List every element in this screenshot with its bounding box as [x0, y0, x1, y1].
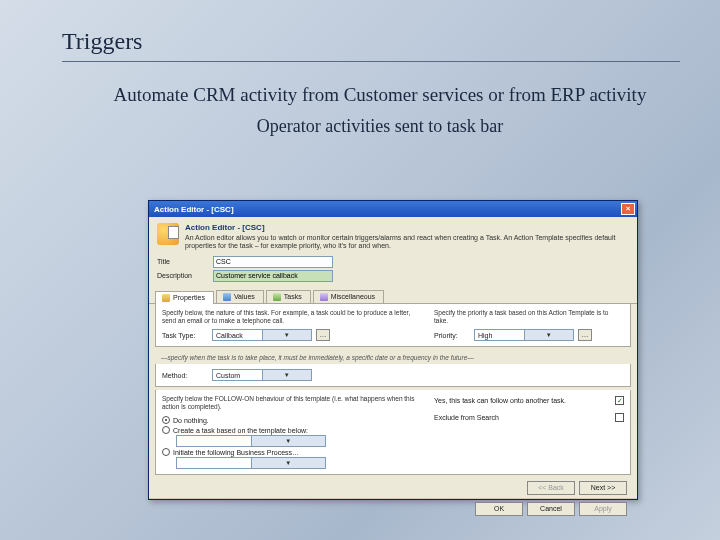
- values-icon: [223, 293, 231, 301]
- task-type-browse-button[interactable]: …: [316, 329, 330, 341]
- allow-followon-checkbox[interactable]: ✓: [615, 396, 624, 405]
- ok-button[interactable]: OK: [475, 502, 523, 516]
- priority-label: Priority:: [434, 332, 470, 339]
- task-type-help: Specify below, the nature of this task. …: [162, 309, 426, 325]
- method-value: Custom: [213, 372, 262, 379]
- method-combo[interactable]: Custom ▼: [212, 369, 312, 381]
- followon-panel: Specify below the FOLLOW-ON behaviour of…: [155, 390, 631, 475]
- back-button[interactable]: << Back: [527, 481, 575, 495]
- chevron-down-icon: ▼: [251, 458, 326, 468]
- priority-value: High: [475, 332, 524, 339]
- title-label: Title: [157, 258, 209, 265]
- close-button[interactable]: ×: [621, 203, 635, 215]
- radio-icon: [162, 448, 170, 456]
- action-editor-dialog: Action Editor - [CSC] × Action Editor - …: [148, 200, 638, 500]
- tasks-icon: [273, 293, 281, 301]
- dialog-header: Action Editor - [CSC] An Action editor a…: [149, 217, 637, 255]
- description-label: Description: [157, 272, 209, 279]
- tab-properties-label: Properties: [173, 294, 205, 301]
- action-editor-icon: [157, 223, 179, 245]
- title-divider: [62, 61, 680, 62]
- radio-do-nothing[interactable]: Do nothing.: [162, 415, 426, 425]
- radio-create-task-label: Create a task based on the template belo…: [173, 427, 308, 434]
- method-label: Method:: [162, 372, 208, 379]
- tab-miscellaneous[interactable]: Miscellaneous: [313, 290, 384, 303]
- tab-tasks-label: Tasks: [284, 293, 302, 300]
- priority-browse-button[interactable]: …: [578, 329, 592, 341]
- exclude-search-label: Exclude from Search: [434, 414, 612, 421]
- task-type-combo[interactable]: Callback ▼: [212, 329, 312, 341]
- tab-values-label: Values: [234, 293, 255, 300]
- window-title: Action Editor - [CSC]: [154, 205, 234, 214]
- header-description: An Action editor allows you to watch or …: [185, 234, 629, 251]
- tab-properties[interactable]: Properties: [155, 291, 214, 304]
- priority-combo[interactable]: High ▼: [474, 329, 574, 341]
- chevron-down-icon: ▼: [251, 436, 326, 446]
- next-button[interactable]: Next >>: [579, 481, 627, 495]
- properties-panel-top: Specify below, the nature of this task. …: [155, 304, 631, 347]
- when-section-text: —specify when the task is to take place,…: [149, 350, 637, 364]
- slide-subtitle-1: Automate CRM activity from Customer serv…: [0, 80, 720, 116]
- followon-template-combo[interactable]: ▼: [176, 435, 326, 447]
- title-input[interactable]: [213, 256, 333, 268]
- radio-initiate-process-label: Initiate the following Business Process…: [173, 449, 299, 456]
- properties-icon: [162, 294, 170, 302]
- chevron-down-icon: ▼: [262, 370, 312, 380]
- misc-icon: [320, 293, 328, 301]
- slide-subtitle-2: Operator activities sent to task bar: [0, 116, 720, 147]
- task-type-label: Task Type:: [162, 332, 208, 339]
- slide-title: Triggers: [0, 0, 720, 61]
- chevron-down-icon: ▼: [524, 330, 574, 340]
- followon-process-combo[interactable]: ▼: [176, 457, 326, 469]
- radio-do-nothing-label: Do nothing.: [173, 417, 209, 424]
- exclude-search-checkbox[interactable]: [615, 413, 624, 422]
- dialog-footer: OK Cancel Apply: [149, 498, 637, 521]
- tab-strip: Properties Values Tasks Miscellaneous: [149, 286, 637, 304]
- method-panel: Method: Custom ▼: [155, 364, 631, 387]
- radio-icon: [162, 426, 170, 434]
- tab-values[interactable]: Values: [216, 290, 264, 303]
- cancel-button[interactable]: Cancel: [527, 502, 575, 516]
- priority-help: Specify the priority a task based on thi…: [434, 309, 624, 325]
- description-input[interactable]: [213, 270, 333, 282]
- radio-create-task[interactable]: Create a task based on the template belo…: [162, 425, 426, 435]
- apply-button[interactable]: Apply: [579, 502, 627, 516]
- followon-help: Specify below the FOLLOW-ON behaviour of…: [162, 395, 426, 411]
- tab-misc-label: Miscellaneous: [331, 293, 375, 300]
- radio-icon: [162, 416, 170, 424]
- radio-initiate-process[interactable]: Initiate the following Business Process…: [162, 447, 426, 457]
- allow-followon-label: Yes, this task can follow onto another t…: [434, 397, 612, 404]
- titlebar[interactable]: Action Editor - [CSC] ×: [149, 201, 637, 217]
- task-type-value: Callback: [213, 332, 262, 339]
- tab-tasks[interactable]: Tasks: [266, 290, 311, 303]
- chevron-down-icon: ▼: [262, 330, 312, 340]
- header-title: Action Editor - [CSC]: [185, 223, 629, 232]
- wizard-nav: << Back Next >>: [149, 478, 637, 498]
